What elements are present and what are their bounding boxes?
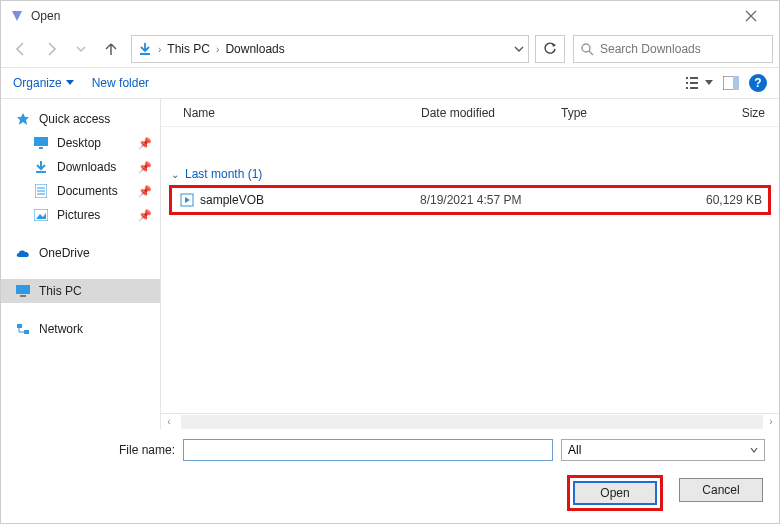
column-headers: Name Date modified Type Size [161,99,779,127]
open-button[interactable]: Open [573,481,657,505]
svg-marker-0 [12,11,22,21]
svg-rect-9 [690,82,698,84]
svg-rect-1 [140,53,150,55]
tree-downloads[interactable]: Downloads 📌 [1,155,160,179]
header-type[interactable]: Type [561,106,681,120]
downloads-location-icon [136,41,154,57]
chevron-right-icon: › [158,44,161,55]
tree-documents[interactable]: Documents 📌 [1,179,160,203]
svg-rect-28 [24,330,29,334]
chevron-right-icon: › [216,44,219,55]
tree-network[interactable]: Network [1,317,160,341]
star-icon [15,112,31,126]
svg-rect-8 [686,82,688,84]
tree-label: Downloads [57,160,116,174]
nav-tree: Quick access Desktop 📌 Downloads 📌 Docum… [1,99,161,429]
scroll-left-icon[interactable]: ‹ [161,415,177,429]
svg-rect-17 [39,147,43,149]
svg-rect-7 [690,77,698,79]
tree-label: Quick access [39,112,110,126]
svg-rect-10 [686,87,688,89]
help-button[interactable]: ? [749,74,767,92]
tree-pictures[interactable]: Pictures 📌 [1,203,160,227]
address-dropdown-icon[interactable] [514,44,524,54]
header-size[interactable]: Size [681,106,779,120]
tree-label: Documents [57,184,118,198]
cloud-icon [15,248,31,258]
file-size: 60,129 KB [680,193,768,207]
svg-rect-18 [36,171,46,173]
svg-point-3 [582,44,590,52]
svg-rect-26 [20,295,26,297]
address-bar[interactable]: › This PC › Downloads [131,35,529,63]
header-date[interactable]: Date modified [421,106,561,120]
search-input[interactable] [600,42,766,56]
documents-icon [33,184,49,198]
file-type-filter[interactable]: All [561,439,765,461]
organize-menu[interactable]: Organize [13,76,74,90]
new-folder-label: New folder [92,76,149,90]
cancel-button[interactable]: Cancel [679,478,763,502]
svg-marker-12 [705,80,713,85]
breadcrumb-folder[interactable]: Downloads [223,42,286,56]
search-box[interactable] [573,35,773,63]
svg-rect-27 [17,324,22,328]
filename-label: File name: [15,443,175,457]
pin-icon: 📌 [138,185,152,198]
up-button[interactable] [97,35,125,63]
filename-input[interactable] [183,439,553,461]
chevron-down-icon: ⌄ [171,169,179,180]
preview-pane-button[interactable] [723,76,739,90]
svg-rect-11 [690,87,698,89]
svg-rect-14 [733,76,739,90]
annotation-highlight: Open [567,475,663,511]
header-name[interactable]: Name [161,106,421,120]
new-folder-button[interactable]: New folder [92,76,149,90]
view-options-button[interactable] [686,76,713,90]
svg-rect-25 [16,285,30,294]
filter-value: All [568,443,581,457]
network-icon [15,323,31,335]
search-icon [580,42,594,56]
svg-marker-2 [552,43,556,47]
tree-label: OneDrive [39,246,90,260]
svg-marker-5 [66,80,74,85]
tree-quick-access[interactable]: Quick access [1,107,160,131]
svg-rect-16 [34,137,48,146]
tree-onedrive[interactable]: OneDrive [1,241,160,265]
chevron-down-icon [750,446,758,454]
app-icon [9,8,25,24]
svg-marker-15 [17,113,29,125]
tree-desktop[interactable]: Desktop 📌 [1,131,160,155]
chevron-down-icon [66,79,74,87]
pin-icon: 📌 [138,209,152,222]
file-name: sampleVOB [200,193,264,207]
forward-button[interactable] [37,35,65,63]
back-button[interactable] [7,35,35,63]
tree-label: Network [39,322,83,336]
group-label: Last month (1) [185,167,262,181]
tree-label: Pictures [57,208,100,222]
breadcrumb-root[interactable]: This PC [165,42,212,56]
svg-line-4 [589,51,593,55]
tree-label: Desktop [57,136,101,150]
recent-dropdown-icon[interactable] [67,35,95,63]
window-title: Open [31,9,60,23]
chevron-down-icon [705,79,713,87]
downloads-icon [33,160,49,174]
pin-icon: 📌 [138,161,152,174]
pc-icon [15,285,31,297]
horizontal-scrollbar[interactable]: ‹ › [161,413,779,429]
file-date: 8/19/2021 4:57 PM [420,193,560,207]
pin-icon: 📌 [138,137,152,150]
tree-this-pc[interactable]: This PC [1,279,160,303]
tree-label: This PC [39,284,82,298]
scroll-right-icon[interactable]: › [763,415,779,429]
close-button[interactable] [731,2,771,30]
file-row[interactable]: sampleVOB 8/19/2021 4:57 PM 60,129 KB [172,189,768,211]
group-header[interactable]: ⌄ Last month (1) [161,127,779,183]
desktop-icon [33,137,49,149]
refresh-button[interactable] [535,35,565,63]
file-icon [180,193,194,207]
organize-label: Organize [13,76,62,90]
